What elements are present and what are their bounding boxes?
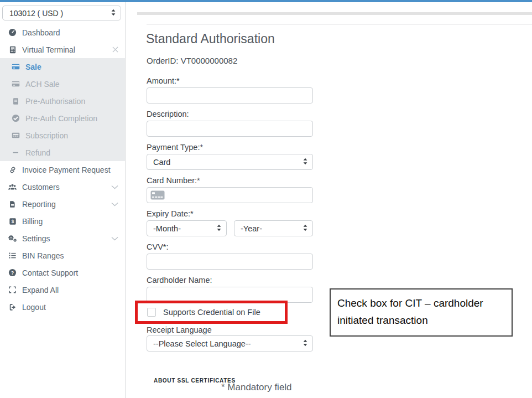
- calculator-icon: [7, 46, 18, 54]
- description-input[interactable]: [147, 121, 313, 137]
- sidebar-item-label: Reporting: [22, 200, 56, 209]
- chevron-down-icon[interactable]: [111, 202, 118, 206]
- credential-on-file-highlight: Supports Credential on File: [135, 301, 288, 324]
- receipt-language-select[interactable]: --Please Select Language--: [147, 335, 313, 352]
- sidebar-item-contact-support[interactable]: ? Contact Support: [0, 264, 125, 281]
- receipt-language-label: Receipt Language: [147, 325, 212, 334]
- dollar-square-icon: $: [7, 218, 18, 225]
- sidebar-item-label: Pre-Authorisation: [25, 97, 85, 106]
- gears-icon: [7, 234, 18, 242]
- minus-icon: [11, 148, 21, 157]
- svg-text:?: ?: [11, 270, 14, 276]
- sidebar-item-invoice-payment-request[interactable]: Invoice Payment Request: [0, 161, 125, 178]
- payment-type-select[interactable]: Card: [147, 154, 313, 170]
- chevron-down-icon[interactable]: [111, 236, 118, 241]
- sidebar-item-subscription[interactable]: Subscription: [0, 127, 125, 144]
- link-icon: [7, 166, 18, 174]
- card-number-input[interactable]: [147, 187, 313, 203]
- amount-label: Amount:*: [147, 76, 180, 85]
- sidebar-item-label: Settings: [22, 234, 50, 243]
- sidebar-item-label: Virtual Terminal: [22, 45, 75, 54]
- sidebar-item-logout[interactable]: Logout: [0, 298, 125, 316]
- sidebar-item-customers[interactable]: Customers: [0, 178, 125, 195]
- sidebar-item-label: Logout: [22, 303, 46, 312]
- sidebar-item-label: ACH Sale: [25, 80, 59, 89]
- card-number-field: [147, 187, 313, 203]
- cardholder-name-label: Cardholder Name:: [147, 276, 212, 285]
- document-icon: [7, 200, 18, 208]
- users-icon: [7, 183, 18, 191]
- credit-card-icon: [11, 63, 21, 71]
- credential-on-file-label: Supports Credential on File: [163, 308, 260, 317]
- chevron-down-icon[interactable]: [111, 185, 118, 189]
- sidebar-item-label: Refund: [25, 148, 50, 157]
- sidebar-item-pre-auth-completion[interactable]: Pre-Auth Completion: [0, 110, 125, 127]
- sidebar-item-label: Contact Support: [22, 268, 78, 277]
- payment-type-label: Payment Type:*: [147, 143, 203, 152]
- sidebar-item-bin-ranges[interactable]: BIN Ranges: [0, 247, 125, 264]
- close-icon[interactable]: [112, 46, 118, 53]
- logout-icon: [7, 303, 18, 311]
- dashboard-icon: [7, 28, 18, 37]
- sidebar-item-label: Pre-Auth Completion: [25, 114, 97, 123]
- check-circle-icon: [11, 114, 21, 122]
- credit-card-icon: [11, 80, 21, 88]
- sidebar-item-label: Invoice Payment Request: [22, 166, 111, 174]
- virtual-terminal-submenu: Sale ACH Sale Pre-Authorisation: [0, 58, 125, 161]
- sidebar-item-sale[interactable]: Sale: [0, 58, 125, 75]
- sidebar: 103012 ( USD ) Dashboard Virtual Termina…: [0, 2, 126, 398]
- expiry-month-value: -Month-: [153, 224, 181, 233]
- select-stepper-icon: [303, 339, 307, 348]
- payment-type-value: Card: [153, 158, 170, 167]
- account-select[interactable]: 103012 ( USD ): [2, 6, 121, 20]
- subscription-card-icon: [11, 131, 21, 139]
- cvv-input[interactable]: [147, 254, 313, 270]
- select-stepper-icon: [217, 224, 221, 233]
- book-icon: [11, 97, 21, 105]
- sidebar-item-label: Sale: [25, 63, 41, 71]
- annotation-note: Check box for CIT – cardholder initiated…: [330, 288, 513, 337]
- sidebar-nav: Dashboard Virtual Terminal Sale: [0, 24, 125, 316]
- select-stepper-icon: [303, 224, 307, 233]
- sidebar-item-refund[interactable]: Refund: [0, 144, 125, 161]
- description-label: Description:: [147, 110, 189, 118]
- expiry-year-select[interactable]: -Year-: [234, 220, 313, 236]
- list-icon: [7, 251, 18, 260]
- order-id-text: OrderID: VT0000000082: [147, 56, 237, 65]
- panel-divider: [147, 24, 532, 25]
- virtual-terminal-page: 103012 ( USD ) Dashboard Virtual Termina…: [0, 0, 532, 398]
- sidebar-item-label: Customers: [22, 183, 60, 192]
- sidebar-item-settings[interactable]: Settings: [0, 230, 125, 247]
- expiry-month-select[interactable]: -Month-: [147, 220, 227, 236]
- svg-text:$: $: [11, 219, 14, 224]
- expiry-year-value: -Year-: [241, 224, 262, 233]
- sidebar-item-label: Billing: [22, 217, 43, 226]
- select-stepper-icon: [303, 158, 307, 167]
- account-select-value: 103012 ( USD ): [9, 9, 63, 18]
- cvv-label: CVV*:: [147, 242, 169, 251]
- expiry-date-label: Expiry Date:*: [147, 209, 194, 218]
- expand-icon: [7, 286, 18, 293]
- sidebar-item-ach-sale[interactable]: ACH Sale: [0, 75, 125, 92]
- sidebar-item-pre-authorisation[interactable]: Pre-Authorisation: [0, 92, 125, 110]
- credential-on-file-checkbox[interactable]: [147, 308, 156, 317]
- amount-input[interactable]: [147, 87, 313, 104]
- sidebar-item-expand-all[interactable]: Expand All: [0, 281, 125, 298]
- sidebar-item-virtual-terminal[interactable]: Virtual Terminal: [0, 41, 125, 58]
- question-circle-icon: ?: [7, 268, 18, 277]
- sidebar-item-reporting[interactable]: Reporting: [0, 195, 125, 213]
- receipt-language-value: --Please Select Language--: [153, 339, 251, 348]
- sidebar-item-label: Expand All: [22, 286, 59, 294]
- select-stepper-icon: [111, 9, 116, 18]
- sidebar-item-billing[interactable]: $ Billing: [0, 213, 125, 230]
- sidebar-item-label: Dashboard: [22, 28, 60, 37]
- mandatory-field-note: * Mandatory field: [221, 382, 292, 393]
- sidebar-item-label: Subscription: [25, 131, 68, 140]
- sidebar-item-dashboard[interactable]: Dashboard: [0, 24, 125, 41]
- page-title: Standard Authorisation: [146, 32, 275, 46]
- card-number-label: Card Number:*: [147, 176, 200, 185]
- sidebar-item-label: BIN Ranges: [22, 251, 64, 260]
